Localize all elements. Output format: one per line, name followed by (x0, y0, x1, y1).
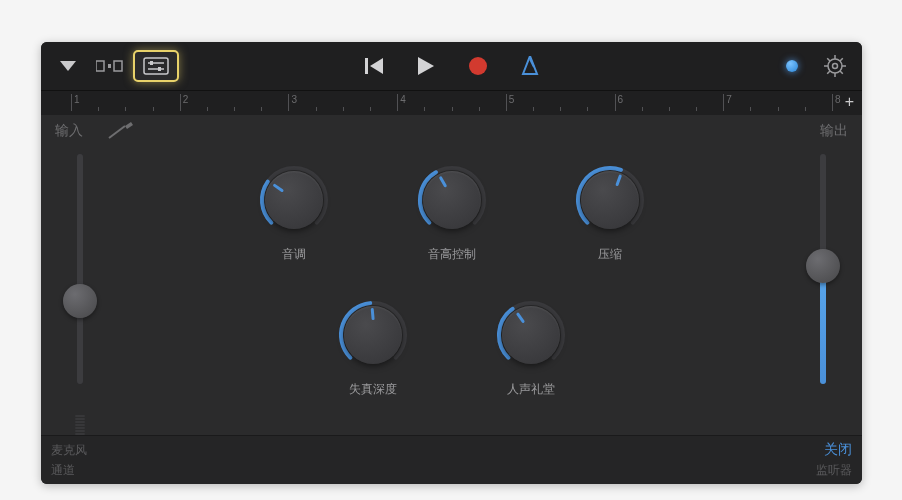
knob-音高控制[interactable]: 音高控制 (407, 164, 497, 263)
svg-marker-13 (523, 56, 537, 74)
svg-marker-11 (418, 57, 434, 75)
output-label: 输出 (820, 122, 848, 140)
svg-rect-9 (365, 58, 368, 74)
ruler-tick: 1 (74, 94, 80, 105)
play-button[interactable] (409, 51, 443, 81)
view-mode-track-button[interactable] (89, 52, 131, 80)
knob-人声礼堂[interactable]: 人声礼堂 (486, 299, 576, 398)
ruler-tick: 6 (618, 94, 624, 105)
source-label[interactable]: 麦克风 (51, 442, 87, 459)
ruler-tick: 5 (509, 94, 515, 105)
audio-cable-icon (107, 122, 135, 144)
audio-editor-panel: + 12345678 输入 输出 音调音高控制压缩 失真深度人声礼堂 麦克风 通… (41, 42, 862, 484)
knob-label: 人声礼堂 (507, 381, 555, 398)
channel-label[interactable]: 通道 (51, 462, 87, 479)
svg-point-16 (828, 59, 842, 73)
master-volume-knob[interactable] (786, 60, 798, 72)
record-button[interactable] (461, 51, 495, 81)
knob-row-1: 音调音高控制压缩 (41, 164, 862, 263)
collapse-button[interactable] (51, 51, 85, 81)
knob-label: 压缩 (598, 246, 622, 263)
svg-rect-4 (144, 58, 168, 74)
svg-rect-2 (108, 64, 111, 68)
close-button[interactable]: 关闭 (824, 441, 852, 459)
svg-line-24 (840, 58, 843, 61)
settings-button[interactable] (818, 51, 852, 81)
monitor-label[interactable]: 监听器 (816, 462, 852, 479)
ruler-tick: 2 (183, 94, 189, 105)
knob-音调[interactable]: 音调 (249, 164, 339, 263)
knob-row-2: 失真深度人声礼堂 (41, 299, 862, 398)
svg-rect-1 (96, 61, 104, 71)
svg-point-17 (833, 64, 838, 69)
bottom-bar: 麦克风 通道 关闭 监听器 (41, 435, 862, 484)
timeline-ruler[interactable]: + 12345678 (41, 90, 862, 115)
svg-rect-3 (114, 61, 122, 71)
svg-marker-0 (60, 61, 76, 71)
svg-line-23 (840, 71, 843, 74)
knob-label: 失真深度 (349, 381, 397, 398)
svg-line-26 (109, 126, 125, 138)
svg-line-25 (827, 71, 830, 74)
ruler-tick: 7 (726, 94, 732, 105)
ruler-tick: 4 (400, 94, 406, 105)
svg-point-12 (469, 57, 487, 75)
add-track-button[interactable]: + (845, 93, 854, 111)
view-mode-fx-button[interactable] (135, 52, 177, 80)
svg-marker-27 (125, 122, 133, 129)
ruler-tick: 3 (291, 94, 297, 105)
ruler-tick: 8 (835, 94, 841, 105)
svg-rect-8 (158, 67, 161, 71)
toolbar (41, 42, 862, 90)
knob-压缩[interactable]: 压缩 (565, 164, 655, 263)
svg-marker-10 (370, 58, 383, 74)
svg-line-22 (827, 58, 830, 61)
knob-label: 音调 (282, 246, 306, 263)
rewind-button[interactable] (357, 51, 391, 81)
input-label: 输入 (55, 122, 83, 140)
svg-rect-7 (150, 61, 153, 65)
knob-label: 音高控制 (428, 246, 476, 263)
knob-失真深度[interactable]: 失真深度 (328, 299, 418, 398)
metronome-button[interactable] (513, 51, 547, 81)
editor-body: 输入 输出 音调音高控制压缩 失真深度人声礼堂 麦克风 通道 关闭 监听器 (41, 114, 862, 484)
